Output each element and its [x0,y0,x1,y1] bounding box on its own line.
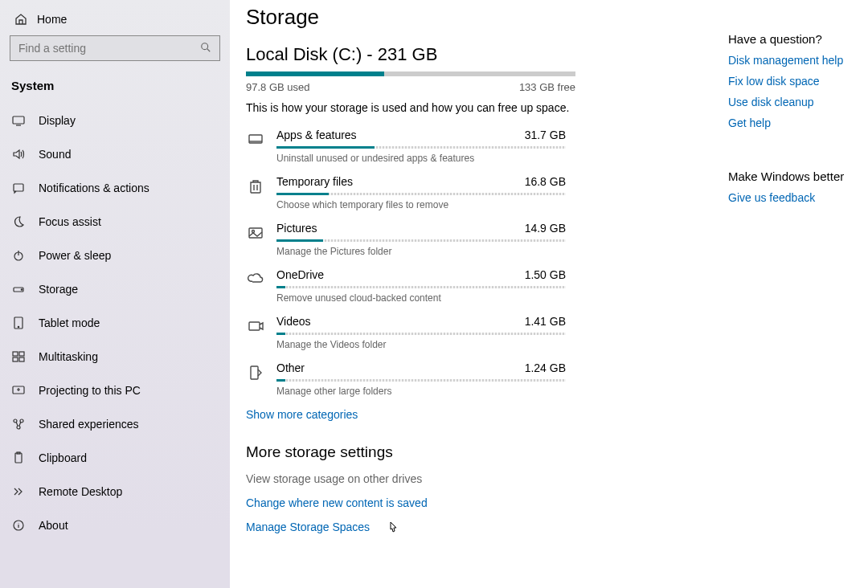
help-link[interactable]: Use disk cleanup [728,96,868,108]
svg-rect-10 [13,357,18,361]
nav-label: About [39,519,68,532]
apps-icon [246,130,265,149]
storage-category-row[interactable]: Pictures14.9 GBManage the Pictures folde… [246,222,728,257]
help-panel: Have a question? Disk management help Fi… [728,5,868,588]
svg-rect-1 [13,116,24,124]
system-heading: System [0,71,230,104]
storage-category-row[interactable]: OneDrive1.50 GBRemove unused cloud-backe… [246,268,728,304]
svg-point-15 [17,426,20,429]
category-size: 31.7 GB [525,129,566,141]
storage-category-row[interactable]: Other1.24 GBManage other large folders [246,361,728,397]
nav-multitasking[interactable]: Multitasking [0,340,230,374]
notifications-icon [11,181,26,195]
svg-rect-11 [19,357,24,361]
video-icon [246,316,265,336]
category-hint: Remove unused cloud-backed content [276,292,728,304]
power-icon [11,248,26,263]
help-link[interactable]: Get help [728,116,868,129]
category-name: OneDrive [276,268,324,281]
help-link[interactable]: Disk management help [728,54,868,67]
category-bar [276,379,566,382]
nav-shared-experiences[interactable]: Shared experiences [0,407,230,441]
home-icon [14,13,27,26]
home-label: Home [37,13,67,26]
category-name: Other [276,361,305,374]
settings-sidebar: Home System Display Sound Notifications … [0,0,230,588]
sound-icon [11,147,26,161]
search-input[interactable] [18,42,200,55]
help-link[interactable]: Fix low disk space [728,75,868,88]
nav-display[interactable]: Display [0,104,230,137]
trash-icon [246,177,265,196]
projecting-icon [11,383,26,398]
nav-remote-desktop[interactable]: Remote Desktop [0,475,230,508]
svg-point-5 [21,289,22,290]
storage-category-row[interactable]: Videos1.41 GBManage the Videos folder [246,315,728,350]
nav-label: Multitasking [39,350,98,363]
nav-label: Tablet mode [39,316,100,329]
info-icon [11,518,26,533]
nav-focus-assist[interactable]: Focus assist [0,205,230,239]
nav-clipboard[interactable]: Clipboard [0,441,230,475]
nav-notifications[interactable]: Notifications & actions [0,171,230,205]
nav-power-sleep[interactable]: Power & sleep [0,239,230,272]
make-windows-better-heading: Make Windows better [728,169,868,183]
svg-rect-16 [15,453,22,463]
category-size: 16.8 GB [525,175,566,188]
nav-label: Power & sleep [39,249,111,262]
svg-rect-20 [249,228,262,238]
nav-tablet-mode[interactable]: Tablet mode [0,306,230,340]
change-content-location-link[interactable]: Change where new content is saved [246,496,728,509]
device-icon [246,363,265,382]
category-size: 14.9 GB [525,222,566,235]
category-name: Temporary files [276,175,353,188]
remote-desktop-icon [11,484,26,499]
storage-category-row[interactable]: Temporary files16.8 GBChoose which tempo… [246,175,728,210]
category-name: Pictures [276,222,317,235]
svg-rect-23 [251,366,258,379]
view-other-drives-link[interactable]: View storage usage on other drives [246,472,728,485]
more-storage-settings-heading: More storage settings [246,443,728,461]
nav-label: Focus assist [39,215,101,228]
picture-icon [246,223,265,243]
category-hint: Uninstall unused or undesired apps & fea… [276,153,728,164]
main-content: Storage Local Disk (C:) - 231 GB 97.8 GB… [230,0,868,588]
svg-point-21 [252,231,255,233]
multitasking-icon [11,349,26,364]
moon-icon [11,214,26,229]
search-icon [200,42,211,55]
manage-storage-spaces-link[interactable]: Manage Storage Spaces [246,521,728,533]
category-size: 1.24 GB [525,361,566,374]
category-hint: Manage the Videos folder [276,339,728,350]
storage-category-row[interactable]: Apps & features31.7 GBUninstall unused o… [246,129,728,164]
svg-point-0 [202,43,208,49]
category-bar [276,146,566,149]
disk-used: 97.8 GB used [246,81,310,93]
svg-rect-2 [14,184,23,191]
search-box[interactable] [10,35,220,61]
storage-icon [11,282,26,296]
nav-label: Shared experiences [39,418,139,431]
nav-label: Storage [39,283,78,296]
nav-label: Notifications & actions [39,182,149,194]
nav-projecting[interactable]: Projecting to this PC [0,374,230,407]
tablet-icon [11,316,26,330]
category-size: 1.50 GB [525,268,566,281]
nav-label: Display [39,114,76,127]
category-bar [276,286,566,288]
nav-sound[interactable]: Sound [0,137,230,171]
display-icon [11,113,26,128]
show-more-categories-link[interactable]: Show more categories [246,408,728,421]
shared-icon [11,417,26,431]
category-hint: Manage other large folders [276,386,728,397]
nav-about[interactable]: About [0,508,230,542]
disk-title: Local Disk (C:) - 231 GB [246,44,728,65]
nav-storage[interactable]: Storage [0,272,230,306]
home-nav[interactable]: Home [0,10,230,35]
feedback-link[interactable]: Give us feedback [728,191,868,204]
nav-label: Remote Desktop [39,485,122,498]
nav-label: Projecting to this PC [39,384,141,397]
svg-rect-9 [19,352,24,356]
cloud-icon [246,270,265,289]
svg-point-7 [18,326,18,327]
